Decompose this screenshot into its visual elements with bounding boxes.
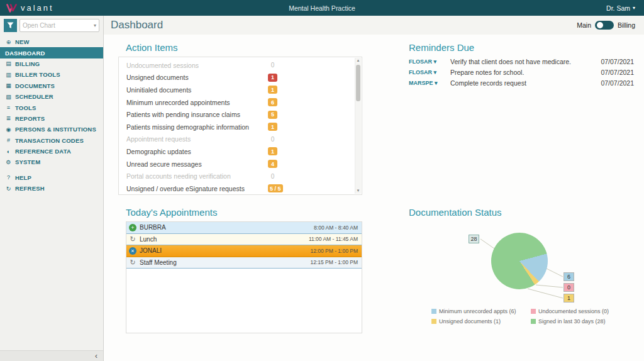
action-item-row[interactable]: Minimum unrecorded appointments 6 xyxy=(119,96,362,109)
callout-minimum-unrecorded: 6 xyxy=(564,272,574,281)
appointment-row[interactable]: + BURBRA 8:00 AM - 8:40 AM xyxy=(126,222,362,234)
callout-undocumented-sessions: 0 xyxy=(564,283,574,292)
appointment-name: Lunch xyxy=(140,236,157,243)
reminder-text: Prepare notes for school. xyxy=(450,69,596,76)
appointment-status-icon: + xyxy=(129,224,136,231)
appointments-card: + BURBRA 8:00 AM - 8:40 AM ↻ Lunch 11:00… xyxy=(126,221,362,333)
toggle-label-billing: Billing xyxy=(618,21,635,29)
action-item-label: Unsigned documents xyxy=(126,74,268,81)
action-item-row[interactable]: Patients with pending insurance claims 5 xyxy=(119,108,362,121)
appointment-time: 11:00 AM - 11:45 AM xyxy=(309,236,362,242)
combobox-caret-icon[interactable]: ▾ xyxy=(94,23,96,28)
appointment-name: Staff Meeting xyxy=(140,259,177,266)
sidebar-collapse-bar[interactable]: ‹ xyxy=(0,350,103,361)
sidebar-item-label: REFERENCE DATA xyxy=(15,148,71,155)
sidebar-item-icon: # xyxy=(5,137,12,143)
valant-brand: valant xyxy=(0,3,54,13)
sidebar-item[interactable]: ↻ REFRESH xyxy=(0,183,103,194)
sidebar-item[interactable]: ≣ REPORTS xyxy=(0,113,103,124)
action-item-row[interactable]: Appointment requests 0 xyxy=(119,133,362,146)
appointment-row[interactable]: ↻ Lunch 11:00 AM - 11:45 AM xyxy=(126,234,362,246)
sidebar-item-icon: ≡ xyxy=(5,104,12,111)
chevron-down-icon: ▾ xyxy=(434,69,437,75)
legend-swatch xyxy=(531,309,536,314)
documentation-status-title: Documentation Status xyxy=(409,207,635,218)
reminder-date: 07/07/2021 xyxy=(596,69,635,76)
practice-name: Mental Health Practice xyxy=(0,4,644,12)
appointment-status-icon: ↻ xyxy=(129,258,136,266)
sidebar-item[interactable]: ▥ BILLER TOOLS xyxy=(0,69,103,80)
patient-code-link[interactable]: FLOSAR ▾ xyxy=(409,69,450,75)
user-name: Dr. Sam xyxy=(606,4,630,12)
user-menu[interactable]: Dr. Sam ▾ xyxy=(606,4,644,12)
appointments-panel: Today's Appointments + BURBRA 8:00 AM - … xyxy=(118,203,362,353)
sidebar-item[interactable]: # TRANSACTION CODES xyxy=(0,135,103,146)
reminder-date: 07/07/2021 xyxy=(596,58,635,65)
sidebar-item-icon: ▤ xyxy=(5,60,12,67)
patient-code: FLOSAR xyxy=(409,69,432,75)
action-item-count-badge: 5 xyxy=(268,111,277,119)
action-item-row[interactable]: Patients missing demographic information… xyxy=(119,121,362,133)
main-billing-toggle[interactable] xyxy=(595,21,614,30)
sidebar-item[interactable]: ⚙ SYSTEM xyxy=(0,157,103,167)
action-item-row[interactable]: Demographic updates 1 xyxy=(119,145,362,158)
sidebar-item-icon: ◐ xyxy=(5,148,12,155)
patient-code-link[interactable]: MARSPE ▾ xyxy=(409,79,450,86)
sidebar-item[interactable]: ▦ DOCUMENTS xyxy=(0,81,103,91)
action-item-label: Undocumented sessions xyxy=(126,62,268,69)
legend-label: Minimum unrecorded appts (6) xyxy=(439,308,516,314)
reminder-row: FLOSAR ▾ Verify that client does not hav… xyxy=(409,58,635,65)
action-item-row[interactable]: Unsigned / overdue eSignature requests 5… xyxy=(119,182,362,195)
scrollbar[interactable]: ▲ ▼ xyxy=(355,58,361,194)
action-item-row[interactable]: Unread secure messages 4 xyxy=(119,158,362,170)
app-shell: ▾ ⊕ NEW DASHBOARD ▤ xyxy=(0,16,644,361)
action-item-row[interactable]: Uninitialed documents 1 xyxy=(119,84,362,96)
appointment-row[interactable]: × JONALI 12:00 PM - 1:00 PM xyxy=(126,245,362,257)
action-item-label: Portal accounts needing verification xyxy=(126,172,268,180)
sidebar-item[interactable]: ◐ REFERENCE DATA xyxy=(0,146,103,157)
appointment-row[interactable]: ↻ Staff Meeting 12:15 PM - 1:00 PM xyxy=(126,257,362,269)
action-item-count-badge: 5 / 5 xyxy=(268,184,283,192)
sidebar-item-label: TRANSACTION CODES xyxy=(15,137,84,144)
sidebar-item-label: BILLER TOOLS xyxy=(15,71,60,78)
action-item-count-badge: 4 xyxy=(268,160,277,168)
patient-code-link[interactable]: FLOSAR ▾ xyxy=(409,58,450,65)
open-chart-combobox[interactable]: ▾ xyxy=(19,19,99,32)
scroll-up-icon[interactable]: ▲ xyxy=(357,58,360,64)
open-chart-input[interactable] xyxy=(23,22,94,29)
action-item-row[interactable]: Unsigned documents 1 xyxy=(119,72,362,84)
appointment-time: 12:15 PM - 1:00 PM xyxy=(310,259,362,265)
action-item-count-badge: 0 xyxy=(268,61,277,69)
page-title: Dashboard xyxy=(111,19,163,31)
action-item-label: Unread secure messages xyxy=(126,160,268,168)
sidebar-item-label: HELP xyxy=(15,174,31,181)
sidebar-item[interactable]: ▤ BILLING xyxy=(0,58,103,69)
action-item-label: Patients with pending insurance claims xyxy=(126,111,268,118)
open-chart-row: ▾ xyxy=(0,16,103,35)
action-item-row[interactable]: Portal accounts needing verification 0 xyxy=(119,170,362,182)
appointment-name: JONALI xyxy=(140,247,162,254)
valant-app-window: valant Mental Health Practice Dr. Sam ▾ … xyxy=(0,0,644,361)
sidebar-item-label: SCHEDULER xyxy=(15,93,53,100)
scrollbar-thumb[interactable] xyxy=(356,65,360,101)
main-area: Dashboard Main Billing Action Items xyxy=(104,16,644,361)
sidebar-item[interactable]: DASHBOARD xyxy=(0,47,103,58)
reminders-table: FLOSAR ▾ Verify that client does not hav… xyxy=(401,57,635,87)
action-item-label: Minimum unrecorded appointments xyxy=(126,99,268,106)
topbar: valant Mental Health Practice Dr. Sam ▾ xyxy=(0,0,644,16)
action-item-label: Unsigned / overdue eSignature requests xyxy=(126,185,268,192)
scroll-down-icon[interactable]: ▼ xyxy=(357,188,360,194)
filter-button[interactable] xyxy=(4,19,17,32)
sidebar-item[interactable]: ◉ PERSONS & INSTITUTIONS xyxy=(0,124,103,135)
reminder-date: 07/07/2021 xyxy=(596,79,635,87)
sidebar-item[interactable]: ≡ TOOLS xyxy=(0,102,103,113)
sidebar-item[interactable]: ⊕ NEW xyxy=(0,36,103,47)
legend-swatch xyxy=(431,309,436,314)
funnel-icon xyxy=(7,22,14,29)
sidebar-item[interactable]: ? HELP xyxy=(0,172,103,183)
sidebar-item[interactable]: ▧ SCHEDULER xyxy=(0,91,103,102)
documentation-pie[interactable] xyxy=(491,233,548,289)
legend-item: Signed in last 30 days (28) xyxy=(531,318,609,325)
action-item-row[interactable]: Undocumented sessions 0 xyxy=(119,59,362,72)
sidebar-item-icon: ⚙ xyxy=(5,159,12,165)
